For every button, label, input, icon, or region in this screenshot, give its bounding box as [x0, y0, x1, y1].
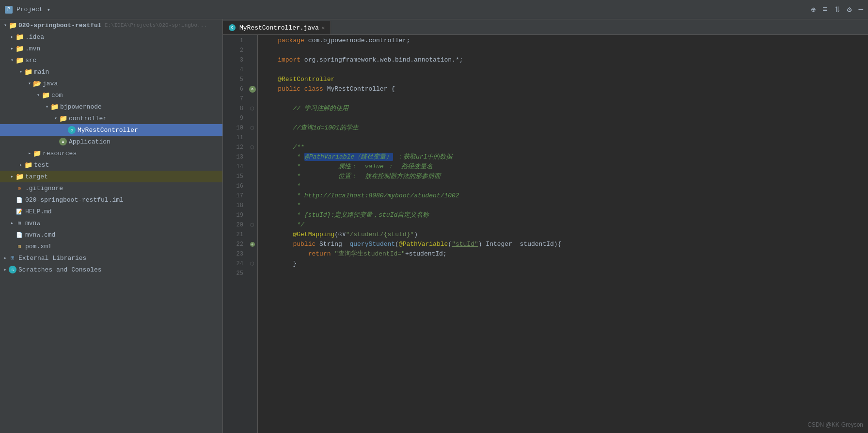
gutter-line-15 — [247, 172, 257, 181]
code-content: * http://localhost:8080/myboot/student/1… — [263, 191, 459, 201]
folder-icon: 📁 — [24, 68, 32, 76]
code-line-16: * — [258, 181, 868, 191]
sidebar-item-label: .gitignore — [25, 185, 221, 192]
sidebar-item-main[interactable]: 📁 main — [0, 66, 222, 78]
sidebar-item-mvnw[interactable]: m mvnw — [0, 217, 222, 229]
code-line-2 — [258, 46, 868, 55]
sidebar-item-mvnwcmd[interactable]: 📄 mvnw.cmd — [0, 229, 222, 241]
code-content — [263, 133, 267, 143]
sidebar: 📁 020-springboot-restful E:\IDEA\Project… — [0, 19, 223, 433]
code-content: import org.springframework.web.bind.anno… — [263, 55, 463, 65]
sidebar-item-label: External Libraries — [18, 255, 221, 262]
code-content: /** — [263, 143, 304, 152]
gutter-line-8: ⬡ — [247, 104, 257, 113]
watermark: CSDN @KK-Greyson — [807, 421, 863, 428]
arrow-icon — [9, 220, 16, 226]
sidebar-item-label: Scratches and Consoles — [18, 266, 221, 273]
folder-icon: 📁 — [16, 33, 23, 41]
code-line-24: } — [258, 259, 868, 269]
iml-file-icon: 📄 — [16, 196, 23, 204]
code-content: return "查询学生studentId="+studentId; — [263, 249, 447, 259]
project-icon: P — [5, 6, 13, 14]
gutter-line-14 — [247, 162, 257, 172]
sidebar-item-pomxml[interactable]: m pom.xml — [0, 241, 222, 252]
code-area[interactable]: package com.bjpowernode.controller; impo… — [258, 35, 868, 433]
code-content: package com.bjpowernode.controller; — [263, 36, 410, 46]
sidebar-item-controller[interactable]: 📁 controller — [0, 112, 222, 124]
sidebar-item-label: 020-springboot-restful — [18, 22, 102, 29]
sidebar-item-label: com — [51, 92, 221, 99]
title-bar: P Project ▾ ⊕ ≡ ⥮ ⚙ — — [0, 0, 868, 19]
tab-close-button[interactable]: ✕ — [322, 25, 325, 31]
sidebar-item-scratches[interactable]: S Scratches and Consoles — [0, 264, 222, 275]
code-line-4 — [258, 65, 868, 75]
sidebar-item-label: .idea — [25, 33, 221, 41]
sidebar-item-label: bjpowernode — [60, 103, 221, 111]
sidebar-item-src[interactable]: 📁 src — [0, 54, 222, 66]
collapse-arrow-10[interactable]: ⬡ — [250, 125, 254, 131]
sidebar-item-java[interactable]: 📂 java — [0, 78, 222, 89]
code-content — [263, 65, 267, 75]
editor-tab-myrestcontroller[interactable]: C MyRestController.java ✕ — [223, 21, 331, 34]
arrow-icon — [9, 33, 16, 40]
sidebar-item-label: HELP.md — [25, 208, 221, 215]
sidebar-item-mvn[interactable]: 📁 .mvn — [0, 43, 222, 54]
sidebar-item-idea[interactable]: 📁 .idea — [0, 31, 222, 43]
title-bar-left: P Project ▾ — [5, 6, 50, 14]
folder-icon: 📁 — [42, 91, 49, 99]
sidebar-item-project-root[interactable]: 📁 020-springboot-restful E:\IDEA\Project… — [0, 19, 222, 31]
gutter-line-19 — [247, 210, 257, 220]
nav-icon-1[interactable]: ⊕ — [811, 5, 816, 15]
collapse-arrow-20[interactable]: ⬡ — [250, 222, 254, 228]
collapse-arrow-12[interactable]: ⬡ — [250, 144, 254, 150]
code-content — [263, 269, 267, 278]
sidebar-item-iml[interactable]: 📄 020-springboot-restful.iml — [0, 194, 222, 206]
dropdown-icon[interactable]: ▾ — [47, 6, 51, 14]
code-line-23: return "查询学生studentId="+studentId; — [258, 249, 868, 259]
sidebar-item-target[interactable]: 📁 target — [0, 171, 222, 182]
sidebar-item-gitignore[interactable]: ⚙ .gitignore — [0, 182, 222, 194]
sidebar-item-com[interactable]: 📁 com — [0, 89, 222, 101]
arrow-icon — [26, 80, 33, 87]
code-line-20: */ — [258, 220, 868, 230]
collapse-arrow-24[interactable]: ⬡ — [250, 261, 254, 267]
nav-icon-2[interactable]: ≡ — [822, 5, 827, 14]
java-file-icon: C — [68, 126, 76, 134]
code-line-17: * http://localhost:8080/myboot/student/1… — [258, 191, 868, 201]
folder-icon: 📁 — [16, 173, 23, 180]
sidebar-item-test[interactable]: 📁 test — [0, 159, 222, 171]
spring-app-icon: A — [59, 138, 67, 145]
sidebar-item-resources[interactable]: 📁 resources — [0, 147, 222, 159]
arrow-icon — [35, 92, 42, 98]
sidebar-item-helpmd[interactable]: 📝 HELP.md — [0, 206, 222, 217]
gutter-line-6: ⚙ — [247, 84, 257, 94]
code-line-19: * {stuId}:定义路径变量，stuId自定义名称 — [258, 210, 868, 220]
sidebar-item-external-libs[interactable]: ⊞ External Libraries — [0, 252, 222, 264]
line-numbers: 1 2 3 4 5 6 7 8 9 10 11 12 13 14 15 16 1… — [223, 35, 247, 433]
project-path: E:\IDEA\Projects\020-springbo... — [105, 22, 207, 28]
nav-icon-3[interactable]: ⥮ — [834, 5, 840, 15]
collapse-arrow-8[interactable]: ⬡ — [250, 106, 254, 112]
code-content: * 属性： value ： 路径变量名 — [263, 162, 433, 172]
minimize-icon[interactable]: — — [858, 5, 863, 14]
sidebar-item-application[interactable]: A Application — [0, 136, 222, 147]
code-line-10: //查询id=1001的学生 — [258, 123, 868, 133]
sidebar-item-myrestcontroller[interactable]: C MyRestController — [0, 124, 222, 136]
code-line-3: import org.springframework.web.bind.anno… — [258, 55, 868, 65]
folder-icon: 📁 — [24, 161, 32, 169]
sidebar-item-label: pom.xml — [25, 243, 221, 250]
title-bar-icons: ⊕ ≡ ⥮ ⚙ — — [811, 5, 864, 15]
sidebar-item-bjpowernode[interactable]: 📁 bjpowernode — [0, 101, 222, 112]
arrow-icon — [2, 22, 9, 29]
gutter-line-21 — [247, 230, 257, 240]
arrow-icon — [9, 57, 16, 64]
gutter-line-2 — [247, 46, 257, 55]
folder-icon: 📁 — [16, 45, 23, 52]
code-line-18: * — [258, 201, 868, 210]
xml-file-icon: m — [16, 242, 23, 250]
sidebar-item-label: Application — [69, 138, 221, 145]
code-line-13: * @PathVariable（路径变量） ：获取url中的数据 — [258, 152, 868, 162]
settings-icon[interactable]: ⚙ — [847, 5, 852, 15]
gutter-line-18 — [247, 201, 257, 210]
code-content: public class MyRestController { — [263, 84, 395, 94]
